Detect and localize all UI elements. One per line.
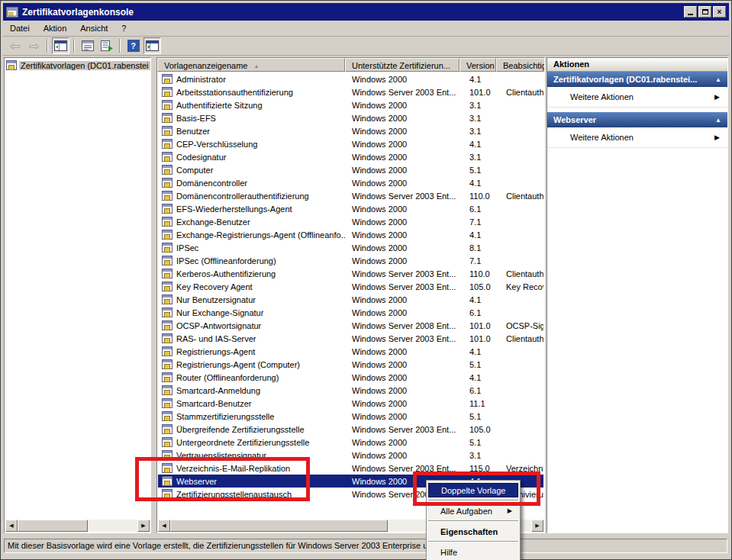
template-version: 5.1	[460, 438, 497, 447]
column-header-beabsichtigte-zwecke[interactable]: Beabsichtigte Zwecke	[496, 58, 545, 72]
table-row-untergeordnete-zertifizierungsstelle[interactable]: Untergeordnete ZertifizierungsstelleWind…	[158, 436, 543, 449]
table-row-basis-efs[interactable]: Basis-EFSWindows 20003.1	[158, 111, 543, 124]
table-row-ipsec[interactable]: IPSecWindows 20008.1	[158, 241, 543, 254]
template-name: Smartcard-Anmeldung	[176, 386, 260, 395]
menu-item-ansicht[interactable]: Ansicht	[73, 21, 114, 35]
table-row-nur-benutzersignatur[interactable]: Nur BenutzersignaturWindows 20004.1	[158, 293, 543, 306]
table-row-administrator[interactable]: AdministratorWindows 20004.1	[158, 72, 543, 85]
minimize-button[interactable]	[684, 6, 697, 18]
column-header-label: Version	[466, 61, 495, 70]
template-version: 6.1	[460, 204, 497, 214]
scroll-right-icon[interactable]: ▶	[531, 520, 543, 532]
show-console-tree-button[interactable]	[52, 37, 69, 54]
red-annotation-box-1	[135, 457, 310, 501]
column-header-version[interactable]: Version	[460, 58, 496, 72]
certificate-templates-icon	[6, 60, 17, 70]
table-row-router-offlineanforderung[interactable]: Router (Offlineanforderung)Windows 20004…	[158, 371, 543, 384]
help-icon: ?	[127, 40, 140, 52]
scroll-left-icon[interactable]: ◀	[5, 520, 18, 532]
template-name: Registrierungs-Agent	[176, 347, 255, 356]
column-header-unterstützte-zertifizierun[interactable]: Unterstützte Zertifizierun...	[345, 58, 460, 72]
action-item-weitere-aktionen[interactable]: Weitere Aktionen▶	[547, 127, 727, 148]
maximize-button[interactable]	[698, 6, 711, 18]
action-item-weitere-aktionen[interactable]: Weitere Aktionen▶	[547, 87, 727, 108]
table-row-key-recovery-agent[interactable]: Key Recovery AgentWindows Server 2003 En…	[158, 280, 543, 293]
table-row-codesignatur[interactable]: CodesignaturWindows 20003.1	[158, 150, 543, 163]
tree-item-zertifikatvorlagen[interactable]: Zertifikatvorlagen (DC01.rabenstei	[6, 60, 150, 70]
template-version: 105.0	[460, 282, 497, 291]
certificate-template-icon	[162, 346, 173, 356]
table-row-authentifizierte-sitzung[interactable]: Authentifizierte SitzungWindows 20003.1	[158, 98, 543, 111]
template-name: Stammzertifizierungsstelle	[176, 412, 274, 421]
table-row-nur-exchange-signatur[interactable]: Nur Exchange-SignaturWindows 20006.1	[158, 306, 543, 319]
action-section-header-webserver[interactable]: Webserver▲	[547, 112, 727, 127]
certificate-template-icon	[162, 152, 173, 162]
show-action-pane-button[interactable]	[143, 37, 161, 54]
supported-ca: Windows 2000	[346, 373, 460, 382]
window-title: Zertifikatvorlagenkonsole	[22, 7, 680, 18]
template-name: IPSec	[176, 243, 198, 253]
template-version: 11.1	[460, 399, 497, 408]
supported-ca: Windows 2000	[346, 399, 460, 408]
tree-horizontal-scrollbar[interactable]: ◀ ▶	[5, 520, 150, 532]
back-button[interactable]: ⇦	[6, 37, 24, 54]
certificate-template-icon	[162, 294, 173, 304]
column-header-vorlagenanzeigename[interactable]: Vorlagenanzeigename▲	[157, 58, 345, 72]
table-row-registrierungs-agent-computer[interactable]: Registrierungs-Agent (Computer)Windows 2…	[158, 358, 543, 371]
table-row-ras-und-ias-server[interactable]: RAS- und IAS-ServerWindows Server 2003 E…	[158, 332, 543, 345]
context-menu-item-hilfe[interactable]: Hilfe	[428, 545, 518, 559]
template-version: 4.1	[460, 75, 497, 84]
template-version: 3.1	[460, 114, 497, 123]
template-version: 8.1	[460, 243, 497, 253]
table-row-domänencontrollerauthentifizierung[interactable]: DomänencontrollerauthentifizierungWindow…	[158, 189, 543, 202]
table-row-arbeitsstationsauthentifizierung[interactable]: ArbeitsstationsauthentifizierungWindows …	[158, 85, 543, 98]
table-row-smartcard-anmeldung[interactable]: Smartcard-AnmeldungWindows 20006.1	[158, 384, 543, 397]
table-row-exchange-registrierungs-agent-offlineanfo[interactable]: Exchange-Registrierungs-Agent (Offlinean…	[158, 228, 543, 241]
table-row-cep-verschlüsselung[interactable]: CEP-VerschlüsselungWindows 20004.1	[158, 137, 543, 150]
scrollbar-thumb[interactable]	[170, 520, 388, 532]
list-rows: AdministratorWindows 20004.1Arbeitsstati…	[158, 72, 543, 520]
table-row-benutzer[interactable]: BenutzerWindows 20003.1	[158, 124, 543, 137]
template-version: 4.1	[460, 295, 497, 304]
template-version: 3.1	[460, 127, 497, 136]
template-name: OCSP-Antwortsignatur	[176, 321, 261, 330]
scrollbar-thumb[interactable]	[18, 520, 88, 532]
table-row-registrierungs-agent[interactable]: Registrierungs-AgentWindows 20004.1	[158, 345, 543, 358]
menu-item-?[interactable]: ?	[114, 21, 133, 35]
table-row-computer[interactable]: ComputerWindows 20005.1	[158, 163, 543, 176]
collapse-chevron-icon[interactable]: ▲	[715, 76, 721, 83]
intended-purpose: Clientauthentifizierung	[497, 334, 543, 343]
certificate-template-icon	[162, 191, 173, 201]
collapse-chevron-icon[interactable]: ▲	[715, 117, 721, 124]
scroll-right-icon[interactable]: ▶	[137, 520, 150, 532]
table-row-exchange-benutzer[interactable]: Exchange-BenutzerWindows 20007.1	[158, 215, 543, 228]
table-row-smartcard-benutzer[interactable]: Smartcard-BenutzerWindows 200011.1	[158, 397, 543, 410]
help-button[interactable]: ?	[124, 37, 142, 54]
action-section-header-zertifikatvorlagen-dc01-rabenstei[interactable]: Zertifikatvorlagen (DC01.rabenstei...▲	[547, 72, 727, 87]
table-row-ocsp-antwortsignatur[interactable]: OCSP-AntwortsignaturWindows Server 2008 …	[158, 319, 543, 332]
certificate-template-icon	[162, 437, 173, 447]
forward-button[interactable]: ⇨	[25, 37, 43, 54]
menu-item-aktion[interactable]: Aktion	[37, 21, 74, 35]
scroll-left-icon[interactable]: ◀	[158, 520, 170, 532]
table-row-kerberos-authentifizierung[interactable]: Kerberos-AuthentifizierungWindows Server…	[158, 267, 543, 280]
action-section-label: Zertifikatvorlagen (DC01.rabenstei...	[553, 75, 697, 84]
column-header-label: Vorlagenanzeigename	[164, 61, 247, 70]
table-row-stammzertifizierungsstelle[interactable]: StammzertifizierungsstelleWindows 20005.…	[158, 410, 543, 423]
table-row-ipsec-offlineanforderung[interactable]: IPSec (Offlineanforderung)Windows 20007.…	[158, 254, 543, 267]
template-name: EFS-Wiederherstellungs-Agent	[176, 204, 292, 214]
table-row-übergreifende-zertifizierungsstelle[interactable]: Übergreifende ZertifizierungsstelleWindo…	[158, 423, 543, 436]
template-version: 110.0	[460, 191, 497, 201]
template-version: 6.1	[460, 386, 497, 395]
properties-button[interactable]	[79, 37, 96, 54]
template-name: Untergeordnete Zertifizierungsstelle	[176, 438, 309, 447]
table-row-efs-wiederherstellungs-agent[interactable]: EFS-Wiederherstellungs-AgentWindows 2000…	[158, 202, 543, 215]
certificate-template-icon	[162, 424, 173, 434]
close-button[interactable]: ×	[713, 6, 726, 18]
column-header-label: Unterstützte Zertifizierun...	[352, 61, 450, 70]
export-list-button[interactable]	[98, 37, 115, 54]
table-row-domänencontroller[interactable]: DomänencontrollerWindows 20004.1	[158, 176, 543, 189]
menu-item-datei[interactable]: Datei	[3, 21, 37, 35]
scrollbar-track[interactable]	[88, 520, 137, 532]
context-menu-item-eigenschaften[interactable]: Eigenschaften	[428, 524, 518, 539]
